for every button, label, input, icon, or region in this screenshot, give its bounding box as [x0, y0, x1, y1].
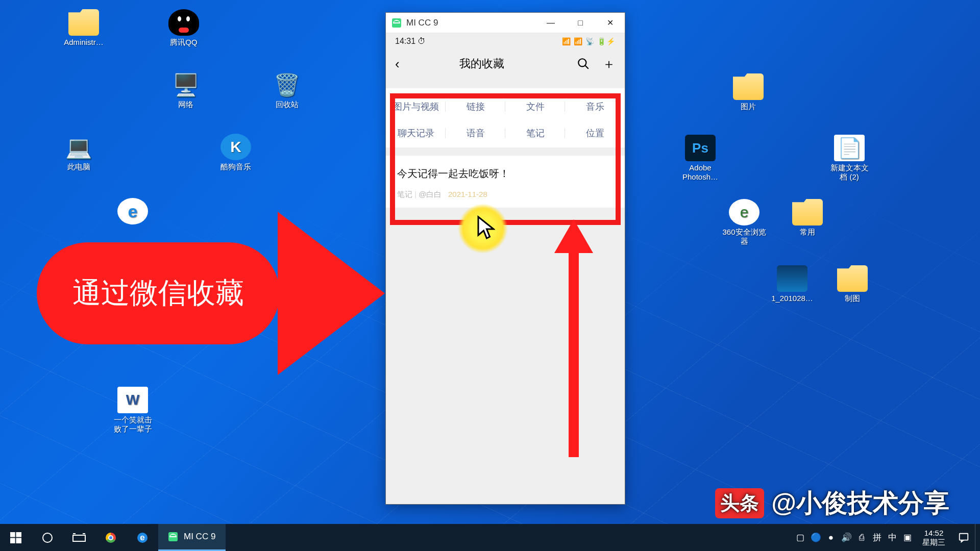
- svg-rect-7: [73, 535, 85, 541]
- page-title: 我的收藏: [400, 56, 565, 71]
- desktop-icon-draw[interactable]: 制图: [826, 265, 879, 303]
- taskbar-clock[interactable]: 14:52 星期三: [915, 529, 952, 547]
- window-minimize-button[interactable]: —: [536, 13, 566, 33]
- emulator-window: MI CC 9 — □ ✕ 14:31 ⏱ 📶 📶 📡 🔋⚡ ‹ 我的收藏 ＋ …: [385, 12, 625, 505]
- window-maximize-button[interactable]: □: [566, 13, 595, 33]
- action-center-button[interactable]: [952, 524, 975, 551]
- desktop-icon-ie[interactable]: e: [106, 198, 159, 227]
- taskbar-edge[interactable]: e: [127, 524, 158, 551]
- image-icon: [777, 265, 807, 292]
- svg-rect-2: [10, 532, 15, 537]
- favorite-item[interactable]: 今天记得一起去吃饭呀！ 笔记 | @白白 2021-11-28: [386, 156, 625, 208]
- category-images-videos[interactable]: 图片与视频: [386, 93, 446, 120]
- tray-lang-icon[interactable]: 中: [885, 532, 900, 543]
- folder-icon: [733, 73, 764, 100]
- desktop-icon-photoshop[interactable]: Ps Adobe Photosh…: [674, 135, 727, 182]
- monitor-icon: 🖥️: [170, 71, 201, 98]
- circle-icon: [41, 532, 54, 544]
- status-indicators: 📶 📶 📡 🔋⚡: [562, 37, 616, 45]
- desktop-icon-administrator[interactable]: Administr…: [57, 9, 110, 47]
- desktop-icon-this-pc[interactable]: 💻 此电脑: [52, 134, 105, 171]
- category-files[interactable]: 文件: [505, 93, 565, 120]
- desktop-icon-qq[interactable]: 腾讯QQ: [157, 9, 210, 47]
- desktop-icon-360browser[interactable]: e 360安全浏览 器: [718, 199, 771, 246]
- show-desktop-button[interactable]: [975, 524, 980, 551]
- tray-icon[interactable]: ●: [823, 533, 839, 543]
- svg-rect-10: [960, 533, 968, 540]
- svg-rect-5: [16, 538, 21, 543]
- search-button[interactable]: [577, 57, 590, 70]
- pc-icon: 💻: [63, 134, 94, 160]
- category-voice[interactable]: 语音: [446, 120, 505, 146]
- back-button[interactable]: ‹: [395, 56, 400, 72]
- tray-volume-icon[interactable]: 🔊: [839, 532, 854, 543]
- photoshop-icon: Ps: [685, 135, 716, 161]
- android-icon: [392, 18, 401, 28]
- android-icon: [168, 532, 178, 541]
- recycle-icon: 🗑️: [272, 71, 302, 98]
- word-icon: W: [117, 387, 148, 413]
- app-bar: ‹ 我的收藏 ＋: [386, 49, 625, 78]
- edge-icon: e: [137, 533, 148, 543]
- desktop-icon-image-file[interactable]: 1_201028…: [766, 265, 819, 303]
- ie-icon: e: [117, 198, 148, 224]
- browser-icon: e: [729, 199, 760, 226]
- desktop-icon-text-doc[interactable]: W 一个笑就击 败了一辈子: [102, 387, 163, 434]
- taskbar: e MI CC 9 ▢ 🔵 ● 🔊 ⎙ 拼 中 ▣ 14:52 星期三: [0, 524, 980, 551]
- category-chat-log[interactable]: 聊天记录: [386, 120, 446, 146]
- desktop-icon-kugou[interactable]: K 酷狗音乐: [209, 134, 262, 171]
- tray-ime-icon[interactable]: 拼: [869, 532, 885, 543]
- category-music[interactable]: 音乐: [565, 93, 625, 120]
- tray-icon[interactable]: 🔵: [808, 532, 823, 543]
- phone-status-bar: 14:31 ⏱ 📶 📶 📡 🔋⚡: [386, 33, 625, 49]
- start-button[interactable]: [0, 524, 32, 551]
- desktop-icon-common[interactable]: 常用: [781, 199, 834, 237]
- task-view-button[interactable]: [63, 524, 95, 551]
- svg-point-6: [43, 533, 52, 542]
- svg-point-0: [578, 59, 586, 66]
- cortana-button[interactable]: [32, 524, 63, 551]
- tray-icon[interactable]: ▢: [793, 532, 808, 543]
- chrome-icon: [106, 533, 116, 543]
- windows-icon: [10, 532, 21, 543]
- favorite-item-text: 今天记得一起去吃饭呀！: [397, 167, 614, 181]
- window-title: MI CC 9: [406, 18, 438, 28]
- svg-line-1: [585, 66, 589, 69]
- notification-icon: [958, 532, 969, 543]
- tray-icon[interactable]: ▣: [900, 532, 915, 543]
- window-close-button[interactable]: ✕: [595, 13, 625, 33]
- kugou-icon: K: [220, 134, 251, 160]
- category-links[interactable]: 链接: [446, 93, 505, 120]
- window-titlebar[interactable]: MI CC 9 — □ ✕: [386, 13, 625, 33]
- favorites-category-grid: 图片与视频 链接 文件 音乐 聊天记录 语音 笔记 位置: [386, 88, 625, 147]
- favorite-item-meta: 笔记 | @白白 2021-11-28: [397, 190, 614, 199]
- taskbar-active-app[interactable]: MI CC 9: [158, 524, 226, 551]
- qq-icon: [168, 9, 199, 36]
- desktop-icon-network[interactable]: 🖥️ 网络: [159, 71, 212, 109]
- category-location[interactable]: 位置: [565, 120, 625, 146]
- add-button[interactable]: ＋: [602, 55, 616, 73]
- category-notes[interactable]: 笔记: [505, 120, 565, 146]
- status-time: 14:31 ⏱: [395, 37, 426, 46]
- desktop-icon-pictures[interactable]: 图片: [722, 73, 775, 111]
- search-icon: [577, 57, 590, 70]
- taskbar-app-label: MI CC 9: [184, 532, 215, 542]
- desktop-icon-recycle-bin[interactable]: 🗑️ 回收站: [260, 71, 313, 109]
- folder-icon: [837, 265, 868, 292]
- svg-rect-3: [16, 532, 21, 537]
- tray-icon[interactable]: ⎙: [854, 533, 869, 543]
- phone-screen: 14:31 ⏱ 📶 📶 📡 🔋⚡ ‹ 我的收藏 ＋ 图片与视频 链接 文件 音乐…: [386, 33, 625, 504]
- system-tray: ▢ 🔵 ● 🔊 ⎙ 拼 中 ▣ 14:52 星期三: [793, 524, 980, 551]
- folder-icon: [68, 9, 99, 36]
- svg-rect-4: [10, 538, 15, 543]
- text-file-icon: 📄: [834, 135, 865, 161]
- taskview-icon: [72, 533, 86, 543]
- desktop-icon-new-txt[interactable]: 📄 新建文本文 档 (2): [823, 135, 876, 182]
- taskbar-chrome[interactable]: [95, 524, 127, 551]
- folder-icon: [792, 199, 823, 226]
